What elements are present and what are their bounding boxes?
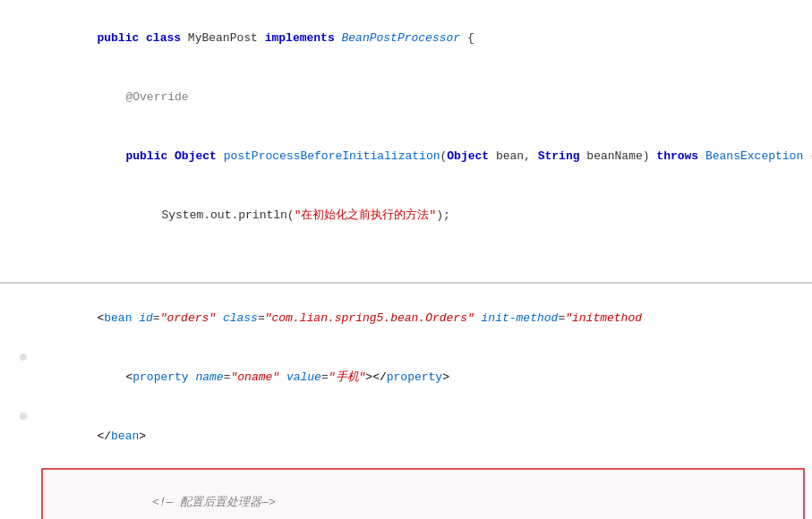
xml-bracket-4: > <box>442 370 449 384</box>
line-content-6: return bean; <box>34 265 812 282</box>
xml-line-3: </bean> <box>0 407 812 466</box>
type-object-1: Object <box>175 149 224 163</box>
xml-eq-2: = <box>258 311 265 325</box>
code-line-3: public Object postProcessBeforeInitializ… <box>0 127 812 186</box>
xml-bracket-5: </ <box>97 430 111 443</box>
xml-gutter-2 <box>7 353 34 361</box>
xml-attr-init: init-method <box>474 311 559 325</box>
sysout-end-1: ); <box>436 208 450 222</box>
xml-tag-bean-close: bean <box>111 430 139 443</box>
code-line-1: public class MyBeanPost implements BeanP… <box>0 9 812 68</box>
highlighted-xml-section: <!— 配置后置处理器—> <bean id="myBeanPost" clas… <box>41 468 805 519</box>
kw-implements: implements <box>265 31 342 45</box>
line-content-3: public Object postProcessBeforeInitializ… <box>34 127 812 186</box>
exception-1: BeansException <box>705 149 803 163</box>
xml-tag-property: property <box>132 370 188 384</box>
xml-bracket-3: ></ <box>365 370 386 384</box>
type-object-p1: Object <box>447 149 489 163</box>
xml-line-content-3: </bean> <box>34 407 812 466</box>
xml-gutter-3 <box>7 413 34 420</box>
xml-line-content-2: <property name="oname" value="手机"></prop… <box>34 348 812 407</box>
param-beanname1: beanName) <box>580 149 657 163</box>
xml-tag-property-close: property <box>387 370 442 384</box>
code-line-2: @Override <box>0 68 812 127</box>
kw-public: public <box>97 31 146 45</box>
xml-tag-bean1: bean <box>104 311 132 325</box>
java-code-panel: public class MyBeanPost implements BeanP… <box>0 0 812 282</box>
gutter-dot-xml-3 <box>20 413 27 420</box>
xml-attr-value: value <box>279 370 321 384</box>
xml-comment-text: <!— 配置后置处理器—> <box>152 496 276 509</box>
param-bean1: bean, <box>489 149 538 163</box>
code-line-6: return bean; <box>0 265 812 282</box>
interface-name: BeanPostProcessor <box>342 31 461 45</box>
xml-eq-5: = <box>321 370 329 384</box>
gutter-dot-xml-2 <box>20 353 27 361</box>
string-before: "在初始化之前执行的方法" <box>295 208 437 222</box>
classname: MyBeanPost <box>188 31 265 45</box>
xml-code-panel: <bean id="orders" class="com.lian.spring… <box>0 284 812 519</box>
line-content-1: public class MyBeanPost implements BeanP… <box>34 9 812 68</box>
code-line-5 <box>0 245 812 265</box>
kw-class: class <box>146 31 188 45</box>
line-content-4: System.out.println("在初始化之前执行的方法"); <box>34 186 812 245</box>
xml-line-2: <property name="oname" value="手机"></prop… <box>0 348 812 407</box>
type-string-1: String <box>538 149 580 163</box>
xml-line-content-1: <bean id="orders" class="com.lian.spring… <box>34 289 812 348</box>
xml-bracket-6: > <box>139 430 146 443</box>
xml-val-oname: "oname" <box>230 370 279 384</box>
xml-comment-line: <!— 配置后置处理器—> <box>48 473 798 519</box>
open-brace: { <box>460 31 474 45</box>
code-line-4: System.out.println("在初始化之前执行的方法"); <box>0 186 812 245</box>
xml-attr-class1: class <box>216 311 258 325</box>
xml-attr-id1: id <box>132 311 152 325</box>
kw-public-2: public <box>125 149 175 163</box>
xml-eq-1: = <box>153 311 160 325</box>
annotation-override-1: @Override <box>125 90 188 104</box>
method-before: postProcessBeforeInitialization <box>224 149 440 163</box>
xml-line-1: <bean id="orders" class="com.lian.spring… <box>0 289 812 348</box>
xml-val-phone: "手机" <box>329 370 366 384</box>
xml-val-initmethod: "initmethod <box>565 311 642 325</box>
xml-val-orders: "orders" <box>160 311 216 325</box>
throws-kw-1: throws <box>656 149 705 163</box>
xml-attr-name: name <box>189 370 224 384</box>
main-container: public class MyBeanPost implements BeanP… <box>0 0 812 519</box>
xml-comment-content: <!— 配置后置处理器—> <box>75 473 798 519</box>
sysout-1: System.out.println( <box>161 208 294 222</box>
open-brace-2: { <box>803 149 812 163</box>
line-content-2: @Override <box>34 68 812 127</box>
xml-val-class1: "com.lian.spring5.bean.Orders" <box>265 311 474 325</box>
